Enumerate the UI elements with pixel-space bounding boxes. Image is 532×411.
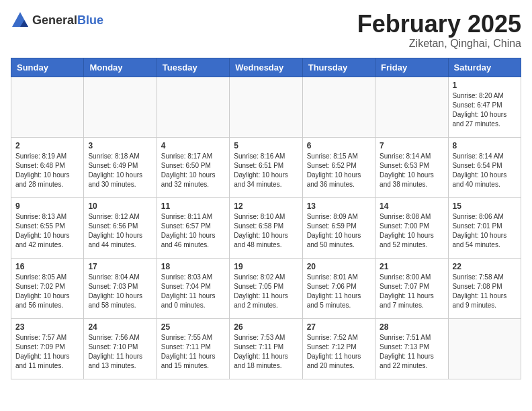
day-info: Sunrise: 8:15 AM Sunset: 6:52 PM Dayligh… [307,152,371,189]
calendar-cell [375,77,448,137]
day-number: 19 [234,262,298,271]
weekday-header-saturday: Saturday [448,58,521,77]
day-number: 3 [88,141,152,150]
day-number: 21 [380,262,443,271]
weekday-header-sunday: Sunday [11,58,84,77]
calendar-cell: 14Sunrise: 8:08 AM Sunset: 7:00 PM Dayli… [375,197,448,258]
day-number: 22 [453,262,517,271]
day-info: Sunrise: 7:55 AM Sunset: 7:11 PM Dayligh… [161,333,225,371]
day-number: 5 [234,141,298,150]
day-number: 28 [380,322,443,332]
calendar-cell: 24Sunrise: 7:56 AM Sunset: 7:10 PM Dayli… [84,318,157,379]
day-number: 18 [161,262,225,271]
logo: GeneralBlue [11,11,103,30]
weekday-header-tuesday: Tuesday [157,58,229,77]
day-info: Sunrise: 8:09 AM Sunset: 6:59 PM Dayligh… [307,212,371,250]
day-info: Sunrise: 7:53 AM Sunset: 7:11 PM Dayligh… [234,333,298,371]
week-row-3: 9Sunrise: 8:13 AM Sunset: 6:55 PM Daylig… [11,197,521,258]
day-info: Sunrise: 8:01 AM Sunset: 7:06 PM Dayligh… [307,273,371,310]
day-info: Sunrise: 8:16 AM Sunset: 6:51 PM Dayligh… [234,152,298,189]
calendar-cell: 13Sunrise: 8:09 AM Sunset: 6:59 PM Dayli… [302,197,375,258]
weekday-header-row: SundayMondayTuesdayWednesdayThursdayFrid… [11,58,521,77]
day-number: 25 [161,322,225,332]
day-info: Sunrise: 8:14 AM Sunset: 6:54 PM Dayligh… [453,152,517,189]
day-info: Sunrise: 8:00 AM Sunset: 7:07 PM Dayligh… [380,273,443,310]
day-number: 12 [234,201,298,211]
calendar-cell: 23Sunrise: 7:57 AM Sunset: 7:09 PM Dayli… [11,318,84,379]
calendar-cell: 6Sunrise: 8:15 AM Sunset: 6:52 PM Daylig… [302,137,375,197]
week-row-2: 2Sunrise: 8:19 AM Sunset: 6:48 PM Daylig… [11,137,521,197]
day-info: Sunrise: 8:13 AM Sunset: 6:55 PM Dayligh… [15,212,79,250]
day-info: Sunrise: 8:10 AM Sunset: 6:58 PM Dayligh… [234,212,298,250]
logo-blue: Blue [77,13,103,27]
day-info: Sunrise: 8:17 AM Sunset: 6:50 PM Dayligh… [161,152,225,189]
calendar-cell: 19Sunrise: 8:02 AM Sunset: 7:05 PM Dayli… [230,258,302,318]
month-title: February 2025 [357,11,521,38]
day-info: Sunrise: 7:58 AM Sunset: 7:08 PM Dayligh… [453,273,517,310]
page-header: GeneralBlue February 2025 Ziketan, Qingh… [11,11,521,50]
calendar-cell: 5Sunrise: 8:16 AM Sunset: 6:51 PM Daylig… [230,137,302,197]
day-info: Sunrise: 8:05 AM Sunset: 7:02 PM Dayligh… [15,273,79,310]
day-info: Sunrise: 8:02 AM Sunset: 7:05 PM Dayligh… [234,273,298,310]
day-number: 8 [453,141,517,150]
calendar-cell [230,77,302,137]
calendar-cell: 11Sunrise: 8:11 AM Sunset: 6:57 PM Dayli… [157,197,229,258]
day-number: 24 [88,322,152,332]
day-number: 9 [15,201,79,211]
day-info: Sunrise: 8:03 AM Sunset: 7:04 PM Dayligh… [161,273,225,310]
weekday-header-monday: Monday [84,58,157,77]
day-number: 26 [234,322,298,332]
location: Ziketan, Qinghai, China [357,38,521,50]
logo-icon [11,11,30,30]
day-number: 17 [88,262,152,271]
calendar-cell: 16Sunrise: 8:05 AM Sunset: 7:02 PM Dayli… [11,258,84,318]
calendar-cell: 15Sunrise: 8:06 AM Sunset: 7:01 PM Dayli… [448,197,521,258]
day-info: Sunrise: 7:52 AM Sunset: 7:12 PM Dayligh… [307,333,371,371]
calendar-cell: 2Sunrise: 8:19 AM Sunset: 6:48 PM Daylig… [11,137,84,197]
calendar-cell: 3Sunrise: 8:18 AM Sunset: 6:49 PM Daylig… [84,137,157,197]
day-info: Sunrise: 8:14 AM Sunset: 6:53 PM Dayligh… [380,152,443,189]
day-number: 11 [161,201,225,211]
calendar-cell [302,77,375,137]
day-info: Sunrise: 8:11 AM Sunset: 6:57 PM Dayligh… [161,212,225,250]
day-info: Sunrise: 8:08 AM Sunset: 7:00 PM Dayligh… [380,212,443,250]
calendar-cell [157,77,229,137]
week-row-5: 23Sunrise: 7:57 AM Sunset: 7:09 PM Dayli… [11,318,521,379]
day-number: 23 [15,322,79,332]
day-info: Sunrise: 8:18 AM Sunset: 6:49 PM Dayligh… [88,152,152,189]
day-info: Sunrise: 8:12 AM Sunset: 6:56 PM Dayligh… [88,212,152,250]
day-number: 4 [161,141,225,150]
day-number: 13 [307,201,371,211]
weekday-header-friday: Friday [375,58,448,77]
calendar-cell: 28Sunrise: 7:51 AM Sunset: 7:13 PM Dayli… [375,318,448,379]
day-number: 10 [88,201,152,211]
day-info: Sunrise: 7:57 AM Sunset: 7:09 PM Dayligh… [15,333,79,371]
calendar-cell: 22Sunrise: 7:58 AM Sunset: 7:08 PM Dayli… [448,258,521,318]
title-block: February 2025 Ziketan, Qinghai, China [357,11,521,50]
day-info: Sunrise: 8:20 AM Sunset: 6:47 PM Dayligh… [453,91,517,129]
logo-general: General [32,13,77,27]
day-number: 27 [307,322,371,332]
calendar-cell [84,77,157,137]
day-number: 15 [453,201,517,211]
day-info: Sunrise: 7:51 AM Sunset: 7:13 PM Dayligh… [380,333,443,371]
calendar-cell: 7Sunrise: 8:14 AM Sunset: 6:53 PM Daylig… [375,137,448,197]
calendar-cell: 21Sunrise: 8:00 AM Sunset: 7:07 PM Dayli… [375,258,448,318]
day-info: Sunrise: 8:04 AM Sunset: 7:03 PM Dayligh… [88,273,152,310]
day-number: 14 [380,201,443,211]
week-row-4: 16Sunrise: 8:05 AM Sunset: 7:02 PM Dayli… [11,258,521,318]
calendar-cell: 9Sunrise: 8:13 AM Sunset: 6:55 PM Daylig… [11,197,84,258]
calendar-cell [11,77,84,137]
weekday-header-wednesday: Wednesday [230,58,302,77]
day-number: 2 [15,141,79,150]
calendar-cell: 10Sunrise: 8:12 AM Sunset: 6:56 PM Dayli… [84,197,157,258]
calendar-cell: 27Sunrise: 7:52 AM Sunset: 7:12 PM Dayli… [302,318,375,379]
day-number: 6 [307,141,371,150]
calendar-cell: 8Sunrise: 8:14 AM Sunset: 6:54 PM Daylig… [448,137,521,197]
calendar-table: SundayMondayTuesdayWednesdayThursdayFrid… [11,58,521,379]
day-info: Sunrise: 7:56 AM Sunset: 7:10 PM Dayligh… [88,333,152,371]
week-row-1: 1Sunrise: 8:20 AM Sunset: 6:47 PM Daylig… [11,77,521,137]
calendar-cell: 18Sunrise: 8:03 AM Sunset: 7:04 PM Dayli… [157,258,229,318]
day-number: 1 [453,81,517,90]
calendar-cell: 26Sunrise: 7:53 AM Sunset: 7:11 PM Dayli… [230,318,302,379]
